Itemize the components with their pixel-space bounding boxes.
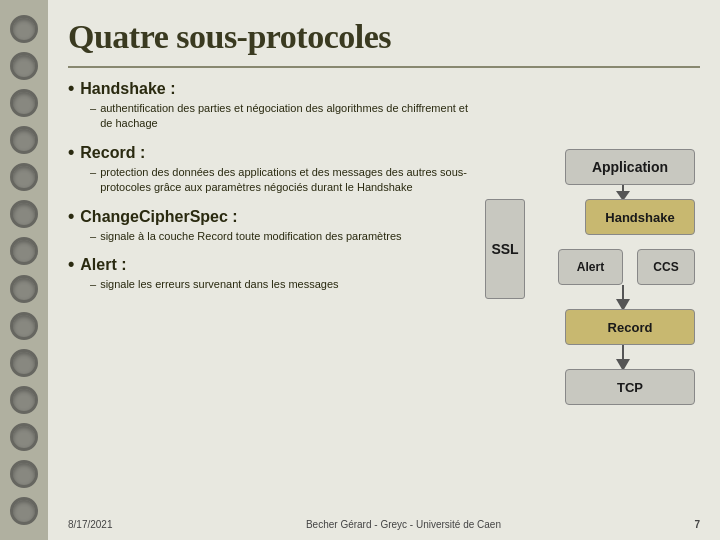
diagram-record-label: Record bbox=[608, 320, 653, 335]
record-sub-item: protection des données des applications … bbox=[90, 165, 470, 196]
arrow-ssl-to-record bbox=[616, 285, 630, 311]
record-sub: protection des données des applications … bbox=[68, 165, 470, 196]
diagram-ssl-label: SSL bbox=[485, 199, 525, 299]
spiral-ring bbox=[10, 275, 38, 303]
footer-date: 8/17/2021 bbox=[68, 519, 113, 530]
footer-center: Becher Gérard - Greyc - Université de Ca… bbox=[306, 519, 501, 530]
changecipher-sub: signale à la couche Record toute modific… bbox=[68, 229, 470, 244]
slide-content: Quatre sous-protocoles • Handshake : aut… bbox=[48, 0, 720, 540]
bullet-header-alert: • Alert : bbox=[68, 254, 470, 275]
svg-rect-1 bbox=[622, 185, 624, 195]
bullet-changecipher: • ChangeCipherSpec : signale à la couche… bbox=[68, 206, 470, 246]
bullet-header-changecipher: • ChangeCipherSpec : bbox=[68, 206, 470, 227]
alert-sub-item: signale les erreurs survenant dans les m… bbox=[90, 277, 470, 292]
bullet-header-record: • Record : bbox=[68, 142, 470, 163]
bullet-dot: • bbox=[68, 142, 74, 163]
diagram-handshake-label: Handshake bbox=[605, 210, 674, 225]
spiral-ring bbox=[10, 126, 38, 154]
footer-page: 7 bbox=[694, 519, 700, 530]
bullet-label-alert: Alert : bbox=[80, 256, 126, 274]
diagram-application-box: Application bbox=[565, 149, 695, 185]
bullet-dot: • bbox=[68, 254, 74, 275]
spiral-ring bbox=[10, 312, 38, 340]
spiral-ring bbox=[10, 163, 38, 191]
spiral-ring bbox=[10, 89, 38, 117]
bullet-label-changecipher: ChangeCipherSpec : bbox=[80, 208, 237, 226]
bullet-label-handshake: Handshake : bbox=[80, 80, 175, 98]
spiral-ring bbox=[10, 15, 38, 43]
diagram-alert-box: Alert bbox=[558, 249, 623, 285]
bullet-label-record: Record : bbox=[80, 144, 145, 162]
bullet-header-handshake: • Handshake : bbox=[68, 78, 470, 99]
diagram-ssl-text: SSL bbox=[491, 241, 518, 257]
spiral-ring bbox=[10, 386, 38, 414]
diagram-application-label: Application bbox=[592, 159, 668, 175]
bullet-record: • Record : protection des données des ap… bbox=[68, 142, 470, 198]
spiral-ring bbox=[10, 497, 38, 525]
diagram-column: Application SSL Handshake bbox=[480, 78, 700, 515]
slide-title: Quatre sous-protocoles bbox=[68, 18, 700, 56]
spiral-ring bbox=[10, 423, 38, 451]
diagram-handshake-box: Handshake bbox=[585, 199, 695, 235]
spiral-ring bbox=[10, 237, 38, 265]
handshake-sub: authentification des parties et négociat… bbox=[68, 101, 470, 132]
changecipher-sub-item: signale à la couche Record toute modific… bbox=[90, 229, 470, 244]
title-divider bbox=[68, 66, 700, 68]
main-area: • Handshake : authentification des parti… bbox=[68, 78, 700, 515]
spiral-ring bbox=[10, 52, 38, 80]
footer: 8/17/2021 Becher Gérard - Greyc - Univer… bbox=[68, 515, 700, 530]
spiral-binding bbox=[0, 0, 48, 540]
diagram-ccs-label: CCS bbox=[653, 260, 678, 274]
diagram-record-box: Record bbox=[565, 309, 695, 345]
diagram-tcp-label: TCP bbox=[617, 380, 643, 395]
ssl-diagram: Application SSL Handshake bbox=[485, 149, 695, 449]
spiral-ring bbox=[10, 349, 38, 377]
diagram-alert-label: Alert bbox=[577, 260, 604, 274]
handshake-sub-item: authentification des parties et négociat… bbox=[90, 101, 470, 132]
bullet-alert: • Alert : signale les erreurs survenant … bbox=[68, 254, 470, 294]
arrow-record-to-tcp bbox=[616, 345, 630, 371]
alert-sub: signale les erreurs survenant dans les m… bbox=[68, 277, 470, 292]
diagram-ccs-box: CCS bbox=[637, 249, 695, 285]
spiral-ring bbox=[10, 460, 38, 488]
bullet-dot: • bbox=[68, 206, 74, 227]
diagram-tcp-box: TCP bbox=[565, 369, 695, 405]
bullet-handshake: • Handshake : authentification des parti… bbox=[68, 78, 470, 134]
bullet-dot: • bbox=[68, 78, 74, 99]
text-column: • Handshake : authentification des parti… bbox=[68, 78, 470, 515]
slide: Quatre sous-protocoles • Handshake : aut… bbox=[0, 0, 720, 540]
spiral-ring bbox=[10, 200, 38, 228]
